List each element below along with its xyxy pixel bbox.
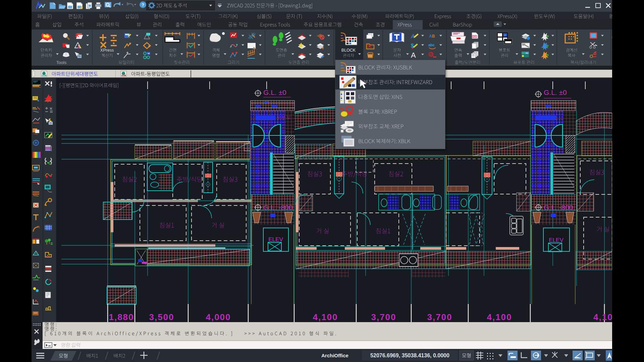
svg-text:ELEV: ELEV <box>268 236 283 243</box>
svg-text:M: M <box>148 52 150 55</box>
svg-text:3,700: 3,700 <box>427 312 452 322</box>
svg-text:ELEV: ELEV <box>549 237 564 243</box>
svg-text:?: ? <box>142 2 144 7</box>
svg-text:G.L. ±0: G.L. ±0 <box>544 88 567 96</box>
svg-text:@: @ <box>430 53 433 56</box>
svg-text:4,100: 4,100 <box>313 312 338 322</box>
svg-text:PDF: PDF <box>472 36 477 38</box>
svg-text:Tools: Tools <box>56 60 67 65</box>
svg-text:4,10: 4,10 <box>593 312 612 322</box>
svg-text:A: A <box>411 34 415 39</box>
svg-text:ArchiOffice: ArchiOffice <box>321 353 348 358</box>
svg-text:BLOCK: BLOCK <box>341 48 356 53</box>
svg-text:52076.6969, 35038.4136, 0.0000: 52076.6969, 35038.4136, 0.0000 <box>370 353 449 358</box>
svg-text:abc: abc <box>428 43 435 47</box>
svg-text:3,500: 3,500 <box>149 312 174 322</box>
svg-text:1,880: 1,880 <box>109 312 134 322</box>
svg-text:G.L. ±0: G.L. ±0 <box>263 88 286 96</box>
svg-text:4,100: 4,100 <box>487 312 512 322</box>
svg-text:DWG: DWG <box>42 75 46 76</box>
svg-text:AB: AB <box>429 34 435 39</box>
svg-text:G.L. -800: G.L. -800 <box>263 203 293 211</box>
svg-text:3,700: 3,700 <box>371 312 396 322</box>
svg-text:XPress: XPress <box>100 48 114 53</box>
svg-text:4,000: 4,000 <box>206 312 231 322</box>
svg-text:8: 8 <box>504 34 506 37</box>
svg-text:G.L. -800: G.L. -800 <box>544 203 573 211</box>
svg-text:A: A <box>411 51 416 59</box>
svg-text:DWG: DWG <box>121 75 125 76</box>
